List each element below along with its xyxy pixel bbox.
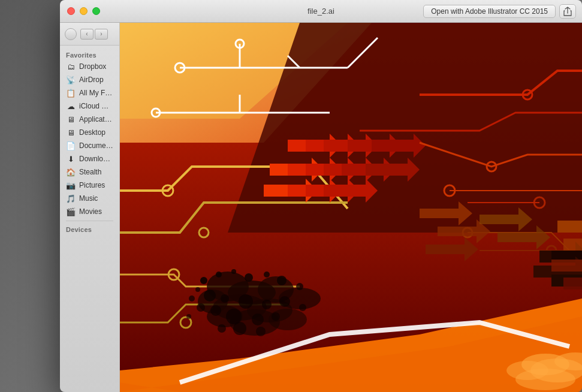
sidebar-item-documents[interactable]: 📄 Docume… [60, 139, 119, 152]
music-icon: 🎵 [66, 194, 76, 203]
main-window: file_2.ai Open with Adobe Illustrator CC… [60, 0, 582, 392]
sidebar-item-dropbox[interactable]: 🗂 Dropbox [60, 60, 119, 73]
pictures-icon: 📷 [66, 180, 76, 190]
sidebar-item-movies[interactable]: 🎬 Movies [60, 205, 119, 218]
sidebar-label-applications: Applicati… [79, 115, 113, 123]
downloads-icon: ⬇ [66, 154, 76, 164]
svg-point-72 [256, 327, 266, 336]
sidebar-item-icloud-drive[interactable]: ☁ iCloud D… [60, 99, 119, 113]
share-button[interactable] [559, 4, 576, 19]
movies-icon: 🎬 [66, 207, 76, 216]
svg-point-67 [210, 305, 221, 316]
sidebar-items-container: 🗂 Dropbox 📡 AirDrop 📋 All My F… ☁ iCloud… [60, 60, 119, 218]
svg-point-57 [245, 273, 253, 282]
svg-point-56 [231, 269, 236, 274]
svg-point-65 [279, 296, 290, 307]
svg-point-84 [515, 369, 575, 390]
svg-point-61 [204, 290, 216, 301]
titlebar: file_2.ai Open with Adobe Illustrator CC… [60, 0, 582, 23]
open-with-button[interactable]: Open with Adobe Illustrator CC 2015 [423, 5, 556, 18]
desktop-icon: 🖥 [66, 128, 76, 137]
sidebar-label-airdrop: AirDrop [79, 76, 104, 84]
sidebar-label-documents: Docume… [79, 141, 113, 150]
documents-icon: 📄 [66, 141, 76, 150]
dropbox-icon: 🗂 [66, 62, 76, 71]
sidebar-label-movies: Movies [79, 207, 102, 216]
icloud-drive-icon: ☁ [66, 101, 76, 111]
sidebar-label-desktop: Desktop [79, 128, 105, 137]
svg-point-63 [239, 294, 253, 309]
svg-point-64 [262, 300, 272, 309]
sidebar-label-icloud-drive: iCloud D… [79, 102, 113, 110]
sidebar-label-stealth: Stealth [79, 168, 101, 176]
svg-point-70 [272, 312, 280, 321]
svg-point-54 [200, 277, 207, 284]
nav-arrows: ‹ › [80, 29, 108, 40]
sidebar-item-stealth[interactable]: 🏠 Stealth [60, 165, 119, 179]
titlebar-controls [67, 7, 100, 15]
sidebar-item-pictures[interactable]: 📷 Pictures [60, 179, 119, 192]
sidebar-item-desktop[interactable]: 🖥 Desktop [60, 126, 119, 139]
sidebar-item-applications[interactable]: 🖥 Applicati… [60, 113, 119, 126]
maximize-button[interactable] [92, 7, 100, 15]
artwork-svg [120, 23, 582, 392]
favorites-header: Favorites [60, 49, 119, 60]
svg-point-60 [296, 283, 303, 290]
minimize-button[interactable] [80, 7, 88, 15]
sidebar-item-airdrop[interactable]: 📡 AirDrop [60, 73, 119, 86]
sidebar-toolbar: ‹ › [60, 23, 119, 46]
svg-point-75 [189, 295, 195, 301]
sidebar-label-music: Music [79, 194, 98, 203]
svg-point-58 [264, 272, 270, 278]
svg-point-66 [299, 304, 306, 311]
close-button[interactable] [67, 7, 75, 15]
sidebar-divider [66, 221, 113, 221]
sidebar: ‹ › Favorites 🗂 Dropbox 📡 AirDrop 📋 All … [60, 23, 120, 392]
svg-point-55 [216, 272, 222, 278]
svg-point-62 [221, 294, 229, 303]
svg-point-74 [195, 287, 200, 292]
svg-point-59 [277, 276, 287, 285]
svg-point-69 [252, 313, 264, 325]
all-my-files-icon: 📋 [66, 88, 76, 98]
sidebar-label-all-my-files: All My F… [79, 89, 112, 97]
svg-point-71 [233, 322, 246, 335]
sidebar-content: Favorites 🗂 Dropbox 📡 AirDrop 📋 All My F… [60, 46, 119, 392]
applications-icon: 🖥 [66, 114, 76, 124]
sidebar-item-music[interactable]: 🎵 Music [60, 192, 119, 205]
back-button[interactable]: ‹ [80, 29, 94, 40]
sidebar-label-pictures: Pictures [79, 181, 105, 189]
airdrop-icon: 📡 [66, 75, 76, 85]
devices-header: Devices [60, 224, 119, 234]
main-content [120, 23, 582, 392]
sidebar-item-downloads[interactable]: ⬇ Downloa… [60, 152, 119, 165]
svg-point-76 [197, 303, 205, 312]
stealth-icon: 🏠 [66, 167, 76, 177]
toolbar-circle [65, 28, 77, 40]
titlebar-actions: Open with Adobe Illustrator CC 2015 [423, 4, 576, 19]
window-title: file_2.ai [307, 7, 334, 16]
artwork-preview [120, 23, 582, 392]
window-body: ‹ › Favorites 🗂 Dropbox 📡 AirDrop 📋 All … [60, 23, 582, 392]
sidebar-label-dropbox: Dropbox [79, 62, 106, 71]
sidebar-item-all-my-files[interactable]: 📋 All My F… [60, 86, 119, 99]
forward-button[interactable]: › [95, 29, 108, 40]
svg-point-77 [186, 314, 191, 319]
svg-point-73 [218, 324, 226, 333]
sidebar-label-downloads: Downloa… [79, 155, 113, 163]
